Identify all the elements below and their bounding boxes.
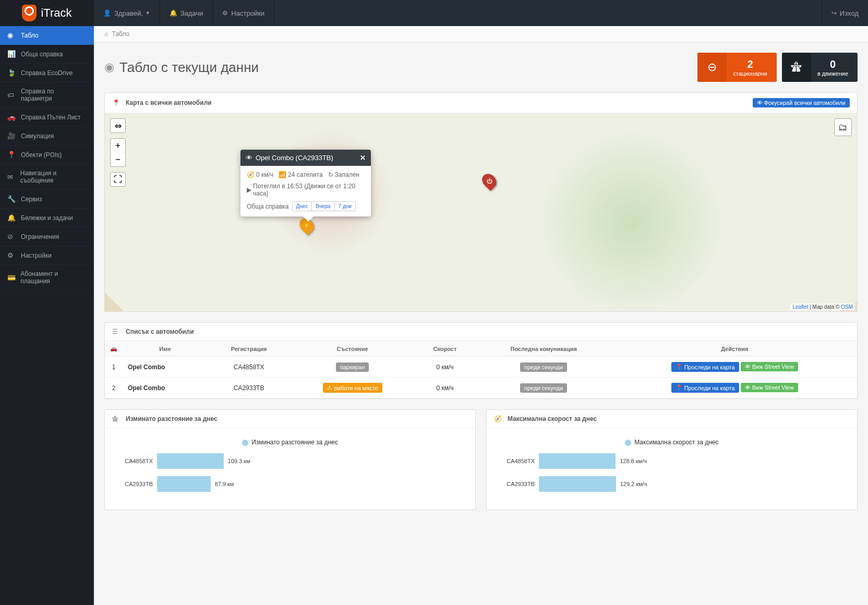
street-view-button[interactable]: 👁Виж Street View: [741, 362, 798, 371]
cell-actions: 📍Проследи на карта 👁Виж Street View: [612, 357, 857, 378]
zoom-in-button[interactable]: +: [110, 138, 126, 153]
chart-bar: [157, 476, 211, 492]
bell-icon: 🔔: [170, 9, 177, 17]
ref-yesterday-button[interactable]: Вчера: [312, 202, 334, 211]
chevron-down-icon: ▼: [146, 10, 150, 16]
cell-num: 2: [105, 378, 123, 398]
bolt-icon: ⚡: [303, 222, 310, 229]
vehicles-table: 🚗 Име Регистрация Състояние Скорост Посл…: [105, 341, 857, 398]
sidebar-item[interactable]: 🏷Справка по параметри: [0, 82, 94, 108]
tile-stationary[interactable]: ⊖ 2 стационарни: [697, 53, 777, 82]
col-lastcomm: Последна комуникация: [475, 341, 612, 357]
map-expand-button[interactable]: ⇔: [110, 118, 126, 133]
chart-category: CA4858TX: [502, 458, 539, 464]
sidebar-item[interactable]: 📍Обекти (POIs): [0, 146, 94, 164]
map[interactable]: ⇔ + − ⛶ 🗂 ⚡ ⏻ 👁 Opel Combo (CA2933TB) ✕: [105, 113, 857, 311]
fullscreen-button[interactable]: ⛶: [110, 172, 126, 187]
sidebar-item[interactable]: 🚗Справка Пътен Лист: [0, 108, 94, 127]
cell-state: паркиран: [290, 357, 415, 378]
page-title: Табло с текущи данни: [119, 59, 259, 76]
play-icon: ▶: [247, 186, 251, 193]
leaflet-link[interactable]: Leaflet: [792, 304, 808, 310]
sidebar-item-label: Ограничения: [21, 233, 59, 240]
popup-ref-label: Обща справка: [247, 203, 289, 210]
cell-actions: 📍Проследи на карта 👁Виж Street View: [612, 378, 857, 398]
eye-icon: 👁: [246, 154, 252, 162]
osm-link[interactable]: OSM: [841, 304, 853, 310]
sidebar-item-icon: 🔔: [7, 214, 17, 222]
sidebar-item[interactable]: 🔔Бележки и задачи: [0, 209, 94, 227]
breadcrumb: ⌂ Табло: [94, 26, 868, 42]
chart-category: CA2933TB: [502, 481, 539, 487]
chart-bar-row: CA4858TX 128.8 км/ч: [502, 453, 841, 469]
street-view-button[interactable]: 👁Виж Street View: [741, 383, 798, 392]
focus-all-button[interactable]: 👁 Фокусирай всички автомобили: [753, 98, 850, 107]
sidebar-item-icon: 🍃: [7, 69, 17, 77]
tile-moving[interactable]: 🛣 0 в движение: [782, 53, 858, 82]
topnav-tasks[interactable]: 🔔 Задачи: [160, 0, 213, 26]
cell-reg: CA2933TB: [208, 378, 290, 398]
user-icon: 👤: [103, 9, 111, 17]
sidebar-item[interactable]: 💳Абонамент и плащания: [0, 265, 94, 291]
sidebar-item-label: Симулация: [21, 132, 54, 140]
sidebar-item-label: Абонамент и плащания: [20, 270, 87, 285]
popup-ignition: Запален: [335, 171, 359, 178]
breadcrumb-label: Табло: [112, 30, 130, 38]
ref-today-button[interactable]: Днес: [293, 202, 312, 211]
col-reg: Регистрация: [208, 341, 290, 357]
chart-value: 129.2 км/ч: [620, 481, 647, 487]
topnav-settings[interactable]: ⚙ Настройки: [213, 0, 274, 26]
sidebar-item[interactable]: 📊Обща справка: [0, 45, 94, 64]
sidebar-item-icon: 🚗: [7, 113, 17, 121]
chart-bar-row: CA2933TB 129.2 км/ч: [502, 476, 841, 492]
tile-stationary-value: 2: [733, 58, 767, 70]
cell-num: 1: [105, 357, 123, 378]
table-row: 1 Opel Combo CA4858TX паркиран 0 км/ч пр…: [105, 357, 857, 378]
sidebar-item[interactable]: ◉Табло: [0, 26, 94, 45]
ref-7days-button[interactable]: 7 дни: [335, 202, 355, 211]
cell-lastcomm: преди секунди: [475, 378, 612, 398]
pin-icon: 📍: [112, 99, 120, 106]
pin-icon: 📍: [676, 364, 683, 370]
col-speed: Скорост: [415, 341, 475, 357]
sidebar-item[interactable]: ⚙Настройки: [0, 246, 94, 265]
tile-moving-value: 0: [817, 58, 848, 70]
vehicle-popup: 👁 Opel Combo (CA2933TB) ✕ 🧭0 км/ч 📶24 са…: [240, 150, 371, 216]
road-icon: 🛣: [782, 53, 811, 82]
sidebar-item[interactable]: 🍃Справка EcoDrive: [0, 64, 94, 82]
sidebar-item-icon: 💳: [7, 274, 16, 282]
logout-icon: ↪: [831, 9, 837, 17]
signal-icon: 📶: [279, 171, 286, 178]
sidebar-item-icon: 🔧: [7, 195, 17, 203]
sidebar-item-label: Обекти (POIs): [21, 151, 62, 159]
power-icon: ⏻: [487, 178, 492, 184]
refresh-icon: ↻: [328, 171, 333, 178]
track-on-map-button[interactable]: 📍Проследи на карта: [671, 383, 739, 393]
chart-value: 87.9 км: [215, 481, 234, 487]
topnav-greeting[interactable]: 👤 Здравей, ▼: [94, 0, 160, 26]
sidebar-item[interactable]: 🔧Сервиз: [0, 190, 94, 209]
col-state: Състояние: [290, 341, 415, 357]
track-on-map-button[interactable]: 📍Проследи на карта: [671, 362, 739, 372]
chart-bar-row: CA2933TB 87.9 км: [120, 476, 460, 492]
col-actions: Действия: [612, 341, 857, 357]
sidebar-item[interactable]: ⊘Ограничения: [0, 227, 94, 246]
topnav-logout[interactable]: ↪ Изход: [822, 0, 868, 26]
chart-value: 128.8 км/ч: [620, 458, 647, 464]
sidebar-item[interactable]: 🎥Симулация: [0, 127, 94, 146]
sidebar-item[interactable]: ✉Навигация и съобщения: [0, 164, 94, 190]
logo[interactable]: iTrack: [0, 0, 94, 26]
logo-text: iTrack: [41, 6, 71, 20]
sidebar-item-icon: 📍: [7, 151, 17, 159]
chart-bar-row: CA4858TX 109.3 км: [120, 453, 460, 469]
sidebar-item-icon: 🏷: [7, 91, 17, 99]
layers-button[interactable]: 🗂: [834, 118, 852, 136]
sidebar-item-icon: ⚙: [7, 251, 17, 259]
map-attribution: Leaflet | Map data © OSM: [790, 304, 855, 310]
chart-category: CA4858TX: [120, 458, 157, 464]
close-icon[interactable]: ✕: [360, 154, 366, 162]
sidebar-item-icon: ✉: [7, 173, 16, 181]
cell-state: ⚠ работи на място: [290, 378, 415, 398]
logo-mark-icon: [22, 5, 37, 21]
zoom-out-button[interactable]: −: [110, 152, 126, 167]
